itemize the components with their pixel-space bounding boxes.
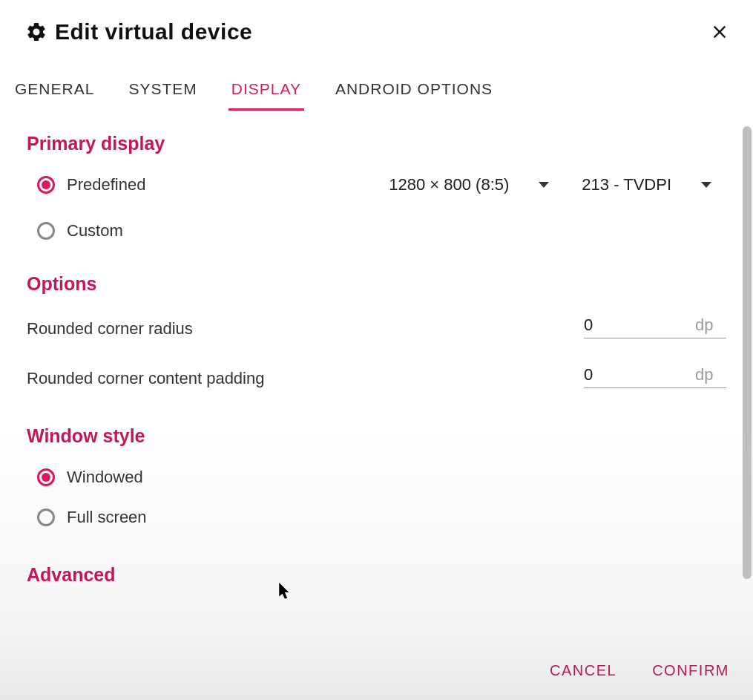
unit-label: dp (695, 365, 713, 385)
corner-radius-input[interactable] (584, 315, 695, 335)
options-heading: Options (27, 273, 726, 295)
radio-fullscreen[interactable]: Full screen (37, 508, 185, 527)
dpi-dropdown[interactable]: 213 - TVDPI (582, 175, 711, 194)
window-style-heading: Window style (27, 425, 726, 447)
radio-label: Predefined (67, 175, 145, 194)
tab-system[interactable]: SYSTEM (125, 80, 200, 111)
unit-label: dp (695, 315, 713, 335)
radio-predefined[interactable]: Predefined (37, 175, 185, 194)
close-button[interactable] (708, 21, 731, 43)
content-padding-label: Rounded corner content padding (27, 369, 264, 388)
advanced-heading: Advanced (27, 564, 726, 586)
resolution-value: 1280 × 800 (8:5) (389, 175, 509, 194)
tab-bar: GENERAL SYSTEM DISPLAY ANDROID OPTIONS (0, 45, 753, 111)
dialog-title: Edit virtual device (55, 19, 252, 45)
radio-icon (37, 176, 55, 194)
radio-icon (37, 222, 55, 240)
primary-display-heading: Primary display (27, 133, 726, 154)
scrollbar[interactable] (743, 126, 752, 586)
resolution-dropdown[interactable]: 1280 × 800 (8:5) (389, 175, 549, 194)
cancel-button[interactable]: CANCEL (547, 656, 619, 685)
dpi-value: 213 - TVDPI (582, 175, 671, 194)
close-icon (711, 24, 728, 40)
tab-general[interactable]: GENERAL (12, 80, 97, 111)
gear-icon (25, 21, 47, 43)
content-padding-input[interactable] (584, 365, 695, 385)
scrollbar-thumb[interactable] (743, 126, 752, 579)
tab-android-options[interactable]: ANDROID OPTIONS (332, 80, 496, 111)
radio-windowed[interactable]: Windowed (37, 468, 185, 487)
content-padding-field[interactable]: dp (584, 365, 726, 388)
chevron-down-icon (701, 182, 711, 188)
corner-radius-label: Rounded corner radius (27, 319, 193, 338)
confirm-button[interactable]: CONFIRM (649, 656, 732, 685)
corner-radius-field[interactable]: dp (584, 315, 726, 338)
chevron-down-icon (539, 182, 549, 188)
content-scroll-area: Primary display Predefined 1280 × 800 (8… (0, 111, 753, 640)
radio-custom[interactable]: Custom (37, 221, 185, 241)
tab-display[interactable]: DISPLAY (228, 80, 304, 111)
radio-label: Custom (67, 221, 123, 241)
title-group: Edit virtual device (25, 19, 252, 45)
radio-label: Windowed (67, 468, 143, 487)
dialog-footer: CANCEL CONFIRM (547, 656, 732, 685)
radio-icon (37, 508, 55, 526)
radio-label: Full screen (67, 508, 147, 527)
radio-icon (37, 468, 55, 486)
dialog-header: Edit virtual device (0, 0, 753, 45)
